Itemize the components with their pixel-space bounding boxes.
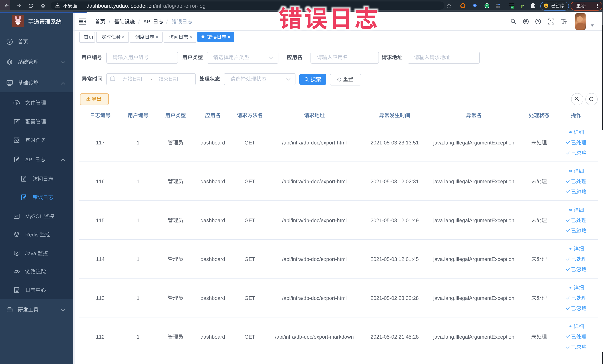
svg-text:on: on — [511, 7, 513, 8]
